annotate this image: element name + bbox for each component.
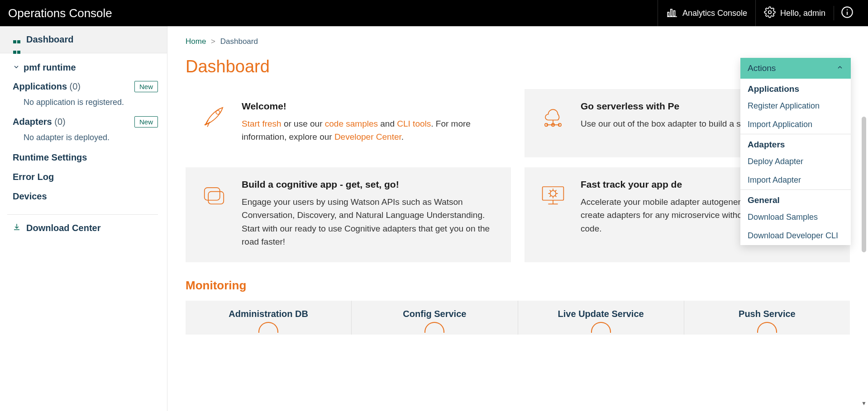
adapters-label: Adapters [13, 117, 52, 127]
new-adapter-button[interactable]: New [134, 116, 158, 128]
actions-button-label: Actions [748, 63, 776, 73]
actions-group-adapters: Adapters [740, 134, 851, 152]
applications-label: Applications [13, 81, 67, 91]
adapters-empty-text: No adapter is deployed. [13, 131, 158, 148]
adapters-count: (0) [54, 117, 65, 127]
monitor-card-config[interactable]: Config Service [352, 301, 518, 335]
card-welcome: Welcome! Start fresh or use our code sam… [186, 89, 511, 157]
sidebar: Dashboard pmf runtime Applications (0) N… [0, 26, 167, 411]
serverless-title: Go serverless with Pe [581, 101, 758, 112]
analytics-console-label: Analytics Console [682, 9, 747, 18]
welcome-title: Welcome! [242, 101, 498, 112]
gauge-icon [258, 322, 278, 333]
breadcrumb-separator: > [211, 37, 215, 46]
svg-rect-2 [673, 10, 675, 16]
runtime-label: pmf runtime [24, 62, 76, 73]
actions-item-deploy-adapter[interactable]: Deploy Adapter [740, 152, 851, 171]
analytics-console-link[interactable]: Analytics Console [658, 0, 755, 26]
actions-item-import-application[interactable]: Import Application [740, 115, 851, 134]
sidebar-item-applications[interactable]: Applications (0) New [13, 77, 158, 96]
welcome-body: Start fresh or use our code samples and … [242, 117, 498, 144]
gear-icon [764, 6, 776, 20]
applications-count: (0) [70, 81, 81, 91]
monitor-label: Config Service [356, 309, 513, 319]
breadcrumb-home[interactable]: Home [186, 37, 206, 46]
actions-group-general: General [740, 190, 851, 208]
sidebar-item-dashboard[interactable]: Dashboard [0, 26, 167, 53]
chevron-up-icon [836, 63, 844, 73]
actions-dropdown: Actions Applications Register Applicatio… [740, 58, 851, 245]
main-content: Home > Dashboard Dashboard Welcome! [167, 26, 868, 411]
svg-point-9 [216, 110, 220, 114]
monitor-card-push[interactable]: Push Service [684, 301, 850, 335]
monitor-label: Push Service [689, 309, 845, 319]
app-header: Operations Console Analytics Console Hel… [0, 0, 868, 26]
dashboard-icon [13, 36, 21, 44]
svg-rect-16 [205, 188, 220, 200]
app-title: Operations Console [8, 6, 112, 20]
bar-chart-icon [666, 6, 678, 20]
gauge-icon [424, 322, 444, 333]
sidebar-divider [7, 214, 158, 215]
link-cli-tools[interactable]: CLI tools [397, 119, 431, 128]
sidebar-item-download-center[interactable]: Download Center [0, 217, 167, 240]
scrollbar-thumb[interactable] [862, 117, 866, 252]
rocket-icon [199, 101, 229, 133]
monitor-card-admin-db[interactable]: Administration DB [186, 301, 352, 335]
gauge-icon [757, 322, 777, 333]
download-center-label: Download Center [26, 223, 100, 233]
link-code-samples[interactable]: code samples [325, 119, 378, 128]
cognitive-title: Build a cognitive app - get, set, go! [242, 179, 498, 190]
svg-rect-0 [668, 12, 669, 16]
user-menu[interactable]: Hello, admin [755, 0, 834, 26]
monitor-label: Administration DB [190, 309, 347, 319]
sidebar-item-adapters[interactable]: Adapters (0) New [13, 113, 158, 131]
monitor-card-live-update[interactable]: Live Update Service [518, 301, 684, 335]
svg-rect-1 [671, 9, 672, 16]
monitor-label: Live Update Service [523, 309, 679, 319]
actions-item-download-samples[interactable]: Download Samples [740, 208, 851, 227]
actions-item-import-adapter[interactable]: Import Adapter [740, 171, 851, 189]
chevron-down-icon [13, 62, 20, 73]
cloud-network-icon [538, 101, 568, 133]
actions-menu: Applications Register Application Import… [740, 79, 851, 245]
sidebar-item-devices[interactable]: Devices [13, 187, 158, 206]
actions-item-download-cli[interactable]: Download Developer CLI [740, 227, 851, 245]
link-developer-center[interactable]: Developer Center [334, 132, 401, 142]
gear-monitor-icon [538, 179, 568, 212]
breadcrumb-current: Dashboard [220, 37, 258, 46]
download-icon [13, 223, 21, 233]
cards-stack-icon [199, 179, 229, 212]
actions-button[interactable]: Actions [740, 58, 851, 79]
cognitive-body: Engage your users by using Watson APIs s… [242, 195, 498, 249]
monitoring-title: Monitoring [186, 279, 850, 293]
svg-point-4 [768, 10, 772, 14]
monitoring-row: Administration DB Config Service Live Up… [186, 301, 850, 335]
sidebar-item-runtime-settings[interactable]: Runtime Settings [13, 148, 158, 167]
svg-point-7 [846, 9, 847, 10]
sidebar-dashboard-label: Dashboard [26, 34, 73, 45]
card-cognitive: Build a cognitive app - get, set, go! En… [186, 167, 511, 262]
actions-item-register-application[interactable]: Register Application [740, 97, 851, 115]
sidebar-item-error-log[interactable]: Error Log [13, 167, 158, 187]
actions-group-applications: Applications [740, 79, 851, 97]
gauge-icon [591, 322, 611, 333]
info-icon [841, 6, 854, 20]
new-application-button[interactable]: New [134, 81, 158, 92]
scrollbar[interactable]: ▼ [861, 117, 867, 406]
applications-empty-text: No application is registered. [13, 96, 158, 113]
breadcrumb: Home > Dashboard [186, 37, 850, 46]
info-button[interactable] [834, 6, 860, 20]
scroll-down-arrow[interactable]: ▼ [861, 400, 867, 406]
sidebar-item-runtime[interactable]: pmf runtime [13, 60, 158, 77]
user-greeting: Hello, admin [780, 9, 825, 18]
link-start-fresh[interactable]: Start fresh [242, 119, 281, 128]
svg-rect-17 [208, 192, 224, 204]
serverless-body: Use our out of the box adapter to build … [581, 117, 758, 130]
